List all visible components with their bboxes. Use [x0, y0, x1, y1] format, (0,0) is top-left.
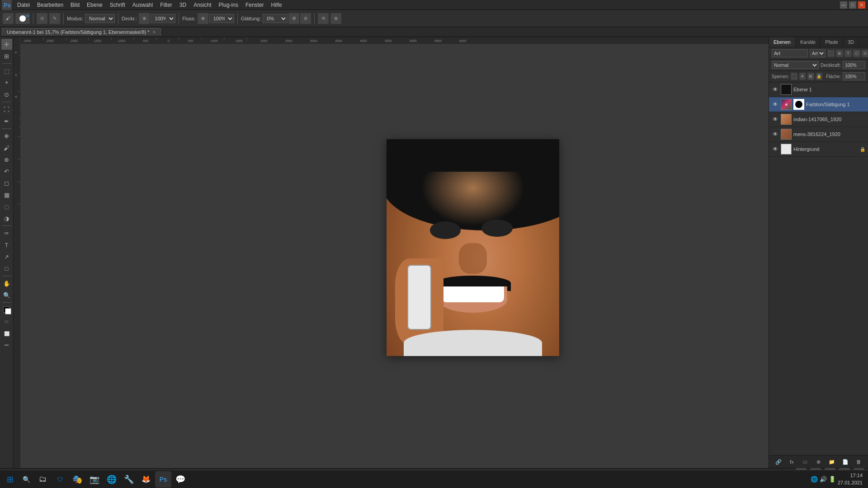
start-button[interactable]: ⊞	[2, 471, 18, 488]
tab-kanale[interactable]: Kanäle	[796, 37, 821, 47]
layers-kind-select[interactable]: Art	[810, 49, 826, 57]
taskbar-app5[interactable]: 💬	[172, 471, 189, 488]
tab-ebenen[interactable]: Ebenen	[769, 37, 796, 47]
tray-battery-icon[interactable]: 🔋	[829, 476, 836, 483]
glattung-select[interactable]: 0%	[263, 14, 288, 23]
text-tool[interactable]: T	[1, 239, 12, 250]
lock-pixel-icon[interactable]: ⬛	[791, 73, 797, 80]
glattung-settings-icon[interactable]: ⚙	[288, 13, 299, 24]
heal-tool[interactable]: ✙	[1, 131, 12, 141]
taskbar-photoshop[interactable]: Ps	[155, 471, 171, 488]
crop-tool[interactable]: ⛶	[1, 104, 12, 115]
close-button[interactable]: ✕	[858, 1, 865, 9]
layer-link-button[interactable]: 🔗	[774, 457, 783, 466]
eyedropper-tool[interactable]: ✒	[1, 116, 12, 127]
layer-item[interactable]: 👁 mens-3816224_1920	[769, 127, 868, 142]
taskbar-app2[interactable]: 📷	[86, 471, 103, 488]
system-clock[interactable]: 17:14 27.01.2021	[838, 472, 863, 486]
glattung-extra-icon[interactable]: ⊘	[300, 13, 311, 24]
taskbar-firefox[interactable]: 🦊	[138, 471, 154, 488]
taskbar-app4[interactable]: 🔧	[121, 471, 137, 488]
tray-volume-icon[interactable]: 🔊	[820, 476, 827, 483]
menu-filter[interactable]: Filter	[156, 1, 176, 9]
menu-datei[interactable]: Datei	[14, 1, 33, 9]
layer-item[interactable]: 👁 ⊕ Farbton/Sättigung 1	[769, 97, 868, 112]
deckr-select[interactable]: 100%	[151, 14, 175, 23]
menu-ebene[interactable]: Ebene	[83, 1, 106, 9]
tab-close-button[interactable]: ✕	[152, 30, 156, 34]
move-tool[interactable]: ✛	[1, 39, 12, 50]
canvas-area[interactable]	[21, 44, 769, 468]
filter-shape-icon[interactable]: ⬡	[853, 50, 860, 57]
stamp-tool[interactable]: ⊕	[1, 154, 12, 165]
dodge-tool[interactable]: ◑	[1, 213, 12, 224]
taskbar-app1[interactable]: 🎭	[69, 471, 85, 488]
filter-pixel-icon[interactable]: ⬛	[827, 50, 835, 57]
modus-select[interactable]: Normal	[85, 14, 115, 23]
layer-visibility-toggle[interactable]: 👁	[772, 145, 779, 153]
fluss-airbrush-icon[interactable]: ⊕	[198, 13, 208, 24]
filter-smart-icon[interactable]: ⊙	[862, 50, 868, 57]
quick-select-tool[interactable]: ⊙	[1, 89, 12, 100]
eraser-tool[interactable]: ◻	[1, 178, 12, 188]
symmetry-icon[interactable]: ⟲	[318, 13, 329, 24]
brush-type-icon[interactable]: ✎	[49, 13, 60, 24]
deckkraft-input[interactable]	[843, 61, 865, 69]
layer-item[interactable]: 👁 indian-1417065_1920	[769, 112, 868, 127]
angle-icon[interactable]: ⊛	[330, 13, 341, 24]
maximize-button[interactable]: □	[849, 1, 856, 9]
menu-schrift[interactable]: Schrift	[106, 1, 129, 9]
fluss-select[interactable]: 100%	[209, 14, 234, 23]
layer-item[interactable]: 👁 Ebene 1	[769, 82, 868, 97]
menu-ansicht[interactable]: Ansicht	[190, 1, 215, 9]
menu-hilfe[interactable]: Hilfe	[268, 1, 286, 9]
brush-tool-icon[interactable]: 🖌	[3, 13, 14, 24]
tray-network-icon[interactable]: 🌐	[811, 476, 818, 483]
brush-preset-icon[interactable]: 19	[15, 13, 30, 24]
layer-delete-button[interactable]: 🗑	[854, 457, 863, 466]
filter-text-icon[interactable]: T	[844, 50, 852, 57]
lock-all-icon[interactable]: 🔒	[816, 73, 822, 80]
lock-move-icon[interactable]: ✛	[799, 73, 806, 80]
extra-tools[interactable]: •••	[1, 340, 12, 351]
shape-tool[interactable]: □	[1, 263, 12, 274]
layer-group-button[interactable]: 📁	[827, 457, 836, 466]
menu-fenster[interactable]: Fenster	[242, 1, 268, 9]
zoom-tool[interactable]: 🔍	[1, 290, 12, 300]
layer-mask-button[interactable]: ⬭	[801, 457, 810, 466]
flache-input[interactable]	[843, 72, 865, 80]
tab-pfade[interactable]: Pfade	[821, 37, 843, 47]
taskbar-file-explorer[interactable]: 🗂	[35, 471, 51, 488]
quick-mask-tool[interactable]: ⬭	[1, 316, 12, 327]
layer-visibility-toggle[interactable]: 👁	[772, 86, 779, 93]
layers-search-input[interactable]	[772, 49, 808, 57]
layer-visibility-toggle[interactable]: 👁	[772, 116, 779, 123]
minimize-button[interactable]: —	[840, 1, 847, 9]
gradient-tool[interactable]: ▦	[1, 189, 12, 200]
menu-bearbeiten[interactable]: Bearbeiten	[33, 1, 67, 9]
history-brush-tool[interactable]: ↶	[1, 166, 12, 177]
layer-adjustment-button[interactable]: ⊕	[814, 457, 823, 466]
lasso-tool[interactable]: ⌖	[1, 77, 12, 88]
filter-adjust-icon[interactable]: ⊕	[836, 50, 843, 57]
layer-new-button[interactable]: 📄	[841, 457, 850, 466]
foreground-color[interactable]	[1, 305, 12, 315]
brush-tool[interactable]: 🖌	[1, 142, 12, 153]
layer-style-button[interactable]: fx	[787, 457, 796, 466]
blur-tool[interactable]: ◌	[1, 201, 12, 212]
search-button[interactable]: 🔍	[18, 471, 34, 488]
taskbar-defender[interactable]: 🛡	[52, 471, 68, 488]
path-select-tool[interactable]: ↗	[1, 251, 12, 262]
layers-mode-select[interactable]: Normal	[772, 61, 819, 69]
document-tab[interactable]: Unbenannt-1 bei 15,7% (Farbton/Sättigung…	[2, 28, 161, 36]
layer-visibility-toggle[interactable]: 👁	[772, 101, 779, 108]
brush-hardness-icon[interactable]: ⊙	[37, 13, 47, 24]
layer-visibility-toggle[interactable]: 👁	[772, 131, 779, 138]
pen-tool[interactable]: ✑	[1, 228, 12, 239]
lock-artboard-icon[interactable]: ⊞	[807, 73, 814, 80]
deckr-airbrush-icon[interactable]: ⊕	[139, 13, 150, 24]
menu-3d[interactable]: 3D	[176, 1, 190, 9]
menu-bild[interactable]: Bild	[67, 1, 83, 9]
tab-3d[interactable]: 3D	[843, 37, 859, 47]
artboard-tool[interactable]: ⊞	[1, 51, 12, 61]
